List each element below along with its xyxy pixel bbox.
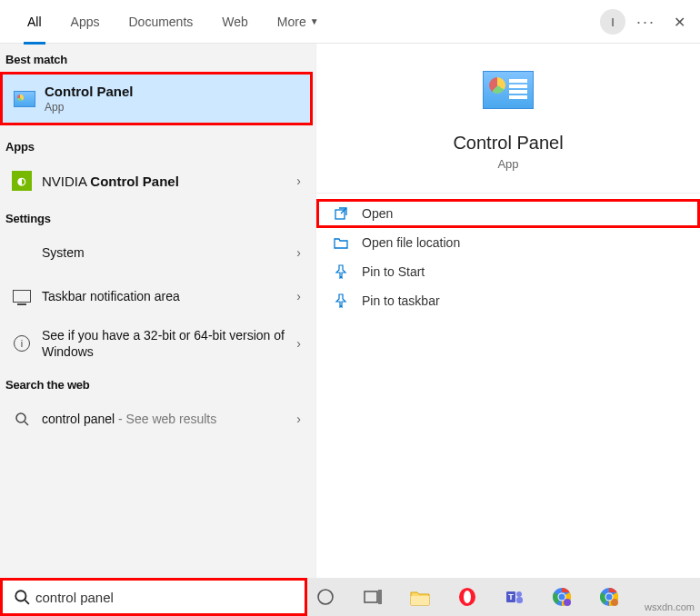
open-icon [333, 206, 349, 221]
chevron-right-icon[interactable]: › [291, 245, 306, 260]
action-pin-to-taskbar[interactable]: Pin to taskbar [316, 286, 700, 315]
nvidia-icon: ◐ [9, 168, 35, 194]
preview-column: Control Panel App Open Open file locatio… [315, 44, 700, 578]
section-apps: Apps [0, 131, 315, 159]
svg-point-23 [611, 599, 618, 606]
section-search-web: Search the web [0, 369, 315, 397]
action-label: Pin to taskbar [362, 293, 440, 308]
svg-point-5 [318, 590, 333, 604]
svg-rect-15 [516, 597, 523, 603]
tab-more-label: More [277, 15, 306, 29]
more-options-icon[interactable]: ··· [636, 13, 655, 32]
svg-point-3 [15, 591, 25, 601]
teams-icon[interactable]: T [502, 584, 527, 610]
user-avatar[interactable]: I [600, 9, 625, 35]
svg-point-22 [606, 594, 613, 601]
result-title: Control Panel [45, 84, 301, 99]
task-view-icon[interactable] [360, 584, 385, 610]
action-list: Open Open file location Pin to Start Pin… [316, 194, 700, 321]
result-control-panel[interactable]: Control Panel App [3, 75, 310, 123]
pin-icon [333, 293, 349, 308]
action-open[interactable]: Open [316, 199, 700, 228]
file-explorer-icon[interactable] [407, 584, 433, 610]
chevron-right-icon[interactable]: › [291, 289, 306, 303]
filter-tabbar: All Apps Documents Web More ▼ I ··· ✕ [0, 0, 700, 44]
info-icon: i [9, 331, 35, 356]
svg-rect-6 [365, 591, 377, 602]
watermark: wsxdn.com [645, 601, 695, 612]
search-icon [9, 406, 35, 432]
result-taskbar-notification[interactable]: Taskbar notification area › [0, 274, 315, 318]
pin-icon [333, 264, 349, 279]
svg-rect-9 [411, 596, 429, 605]
svg-line-4 [25, 600, 29, 604]
svg-point-0 [16, 413, 25, 422]
result-subtitle: App [45, 101, 301, 114]
control-panel-large-icon [483, 71, 534, 109]
result-system[interactable]: System › [0, 231, 315, 274]
action-label: Pin to Start [362, 264, 425, 279]
result-title: NVIDIA Control Panel [42, 174, 291, 189]
best-match-highlight: Control Panel App [0, 72, 313, 125]
taskbar: T [307, 578, 700, 616]
svg-point-14 [516, 591, 522, 597]
svg-line-1 [25, 422, 28, 425]
svg-point-11 [464, 591, 471, 603]
tab-web[interactable]: Web [207, 0, 263, 44]
search-input[interactable] [35, 590, 299, 605]
close-icon[interactable]: ✕ [666, 14, 693, 31]
section-settings: Settings [0, 203, 315, 231]
chevron-down-icon: ▼ [310, 16, 319, 26]
cortana-icon[interactable] [313, 584, 338, 610]
tab-all[interactable]: All [13, 0, 56, 44]
chrome-alt-icon[interactable] [596, 584, 622, 610]
preview-type: App [497, 157, 518, 171]
control-panel-icon [12, 86, 37, 112]
preview-title: Control Panel [453, 133, 563, 154]
opera-icon[interactable] [455, 584, 480, 610]
search-icon [14, 589, 30, 605]
tab-apps[interactable]: Apps [56, 0, 115, 44]
svg-point-18 [559, 594, 565, 601]
chevron-right-icon[interactable]: › [291, 412, 306, 426]
folder-icon [333, 235, 349, 250]
action-label: Open [362, 206, 393, 221]
search-bar[interactable] [0, 578, 307, 616]
section-best-match: Best match [0, 44, 315, 72]
results-column: Best match Control Panel App Apps ◐ NVID… [0, 44, 315, 578]
chevron-right-icon[interactable]: › [291, 336, 306, 351]
chrome-icon[interactable] [549, 584, 575, 610]
svg-text:T: T [508, 592, 514, 601]
result-bitness[interactable]: i See if you have a 32-bit or 64-bit ver… [0, 318, 315, 369]
result-nvidia-control-panel[interactable]: ◐ NVIDIA Control Panel › [0, 159, 315, 203]
tab-more[interactable]: More ▼ [263, 0, 334, 44]
tab-documents[interactable]: Documents [114, 0, 207, 44]
svg-point-19 [564, 599, 571, 606]
result-web-search[interactable]: control panel - See web results › [0, 397, 315, 441]
chevron-right-icon[interactable]: › [291, 174, 306, 188]
action-pin-to-start[interactable]: Pin to Start [316, 257, 700, 286]
action-label: Open file location [362, 235, 460, 250]
monitor-icon [9, 283, 35, 309]
action-open-file-location[interactable]: Open file location [316, 228, 700, 257]
